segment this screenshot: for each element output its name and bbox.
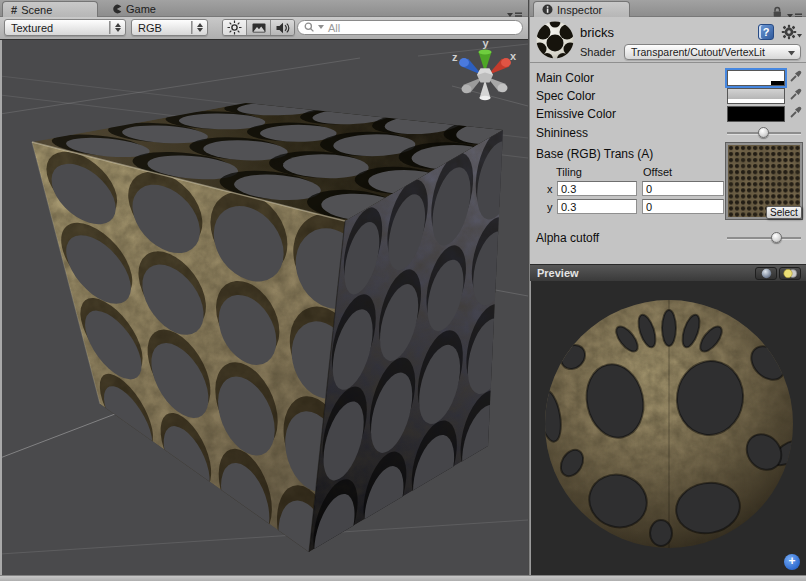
base-texture-label: Base (RGB) Trans (A) <box>536 146 653 162</box>
speaker-icon <box>275 21 290 35</box>
inspector-panel: Inspector <box>530 0 806 575</box>
shininess-slider[interactable] <box>727 126 801 139</box>
gizmo-y-label: y <box>483 40 490 49</box>
spec-color-label: Spec Color <box>536 88 595 104</box>
scene-panel: # Scene Game Textured <box>0 0 528 575</box>
window-bottom-strip <box>0 575 806 581</box>
draw-mode-label: Textured <box>11 22 53 34</box>
shininess-slider-thumb[interactable] <box>758 127 769 138</box>
shader-dropdown[interactable]: Transparent/Cutout/VertexLit <box>624 44 801 60</box>
search-value: All <box>328 22 340 34</box>
tab-inspector-label: Inspector <box>557 4 602 16</box>
tab-game-label: Game <box>126 3 156 15</box>
gizmo-x-label: x <box>510 50 517 62</box>
gizmo-z-label: z <box>452 51 458 63</box>
tab-inspector[interactable]: Inspector <box>533 1 630 17</box>
image-icon <box>251 21 267 35</box>
spec-color-swatch[interactable] <box>727 88 785 104</box>
chevron-down-icon <box>788 51 795 56</box>
scene-tabbar: # Scene Game <box>0 0 528 17</box>
search-filter-arrow-icon <box>318 25 324 30</box>
preview-sphere-button[interactable] <box>755 267 777 280</box>
dropdown-divider <box>109 21 111 34</box>
add-preview-button[interactable]: + <box>784 554 800 570</box>
tiling-x-axis-label: x <box>547 183 553 196</box>
lighting-toggle-button[interactable] <box>223 20 247 35</box>
alpha-cutoff-label: Alpha cutoff <box>536 230 599 246</box>
preview-sphere[interactable] <box>536 300 806 548</box>
draw-mode-dropdown[interactable]: Textured <box>4 19 126 36</box>
preview-title: Preview <box>537 267 579 279</box>
scene-toggle-buttons <box>222 19 295 36</box>
main-color-swatch[interactable] <box>727 70 785 86</box>
emissive-color-label: Emissive Color <box>536 106 616 122</box>
tab-scene-label: Scene <box>21 4 52 16</box>
skybox-toggle-button[interactable] <box>247 20 271 35</box>
tiling-header: Tiling <box>556 166 582 179</box>
main-color-label: Main Color <box>536 70 594 86</box>
preview-header: Preview <box>530 264 806 281</box>
eyedropper-icon[interactable] <box>789 69 803 83</box>
game-icon <box>112 4 122 14</box>
inspector-tabbar: Inspector <box>530 0 806 17</box>
material-preview-area[interactable]: + <box>530 281 806 575</box>
textured-cube[interactable] <box>2 40 528 575</box>
shader-value: Transparent/Cutout/VertexLit <box>631 46 765 58</box>
scene-toolbar: Textured RGB <box>0 17 528 40</box>
tab-game[interactable]: Game <box>104 1 164 17</box>
color-mode-label: RGB <box>138 22 162 34</box>
eyedropper-icon[interactable] <box>789 87 803 101</box>
info-icon <box>542 4 553 15</box>
preview-lighting-button[interactable] <box>779 267 801 280</box>
tiling-x-input[interactable] <box>557 181 637 196</box>
select-texture-button[interactable]: Select <box>766 206 802 219</box>
updown-arrows-icon <box>197 23 203 32</box>
alpha-cutoff-slider[interactable] <box>727 231 801 244</box>
search-input[interactable]: All <box>297 20 523 35</box>
search-icon <box>303 21 316 34</box>
color-mode-dropdown[interactable]: RGB <box>131 19 208 36</box>
sun-icon <box>227 20 242 35</box>
updown-arrows-icon <box>115 23 121 32</box>
offset-y-input[interactable] <box>642 199 724 214</box>
gear-menu-icon[interactable] <box>781 24 803 41</box>
unity-editor-window: # Scene Game Textured <box>0 0 806 581</box>
emissive-color-swatch[interactable] <box>727 106 785 122</box>
material-name: bricks <box>580 25 614 40</box>
tab-scene[interactable]: # Scene <box>2 1 98 17</box>
grid-icon: # <box>11 4 17 16</box>
tiling-y-axis-label: y <box>547 201 553 214</box>
alpha-cutoff-slider-thumb[interactable] <box>771 232 782 243</box>
dropdown-divider <box>191 21 193 34</box>
audio-toggle-button[interactable] <box>271 20 294 35</box>
offset-x-input[interactable] <box>642 181 724 196</box>
shader-label: Shader <box>580 46 615 58</box>
help-icon[interactable]: ? <box>758 24 774 40</box>
sphere-icon <box>761 268 772 279</box>
scene-viewport[interactable]: y x z <box>0 40 528 575</box>
two-lights-icon <box>783 268 798 279</box>
tiling-y-input[interactable] <box>557 199 637 214</box>
offset-header: Offset <box>643 166 672 179</box>
shininess-label: Shininess <box>536 125 588 141</box>
material-ball-thumbnail <box>536 21 574 59</box>
eyedropper-icon[interactable] <box>789 105 803 119</box>
